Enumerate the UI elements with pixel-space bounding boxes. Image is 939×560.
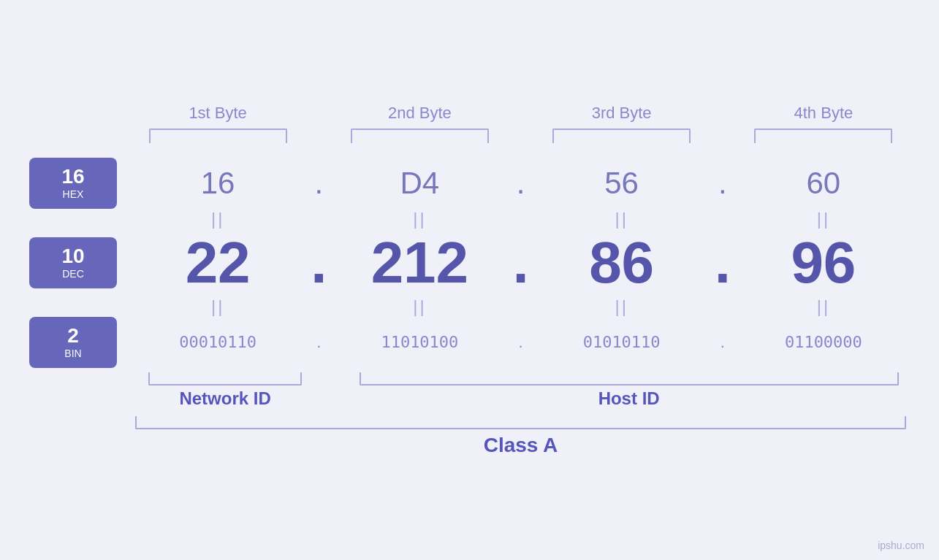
host-id-section: Host ID — [348, 372, 910, 409]
dec-sep3: . — [708, 229, 737, 296]
bracket3 — [536, 129, 708, 143]
hex-byte2: D4 — [333, 166, 506, 201]
network-id-label: Network ID — [179, 388, 270, 409]
bracket1 — [132, 129, 304, 143]
dec-values: 22 . 212 . 86 . 96 — [132, 229, 910, 296]
bin-row: 2 BIN 00010110 . 11010100 . 01010110 . — [29, 317, 910, 368]
connector-area-2: || || || || — [132, 296, 910, 317]
bin-byte2: 11010100 — [333, 333, 506, 351]
network-id-section: Network ID — [132, 372, 319, 409]
dec-base-name: DEC — [62, 268, 84, 280]
byte-headers: 1st Byte 2nd Byte 3rd Byte 4th Byte — [29, 104, 910, 129]
bracket2 — [333, 129, 506, 143]
bracket2-line — [351, 129, 489, 143]
byte3-header: 3rd Byte — [536, 104, 708, 129]
bin-byte3: 01010110 — [536, 333, 708, 351]
class-label: Class A — [484, 434, 558, 457]
hex-sep3: . — [708, 166, 737, 201]
bin-values: 00010110 . 11010100 . 01010110 . 0110000… — [132, 333, 910, 352]
bracket4-line — [754, 129, 892, 143]
dec-byte4: 96 — [737, 229, 910, 296]
main-container: 1st Byte 2nd Byte 3rd Byte 4th Byte 16 H… — [0, 0, 939, 560]
network-bracket-line — [148, 372, 302, 386]
bin-base-num: 2 — [67, 325, 79, 348]
hex-sep1: . — [304, 166, 333, 201]
dec-byte3: 86 — [536, 229, 708, 296]
conn1-b4: || — [737, 209, 910, 229]
dec-row: 10 DEC 22 . 212 . 86 . 96 — [29, 229, 910, 296]
hex-byte4: 60 — [737, 166, 910, 201]
top-bracket-row — [29, 129, 910, 143]
bin-sep2: . — [506, 333, 536, 352]
conn2-b4: || — [737, 296, 910, 317]
dec-byte2: 212 — [333, 229, 506, 296]
hex-row: 16 HEX 16 . D4 . 56 . 60 — [29, 158, 910, 209]
byte1-header: 1st Byte — [132, 104, 304, 129]
dec-base-num: 10 — [61, 245, 84, 268]
bottom-labels-row: Network ID Host ID — [29, 372, 910, 409]
bin-byte4: 01100000 — [737, 333, 910, 351]
dec-sep1: . — [304, 229, 333, 296]
conn2-b3: || — [536, 296, 708, 317]
conn1-b3: || — [536, 209, 708, 229]
conn1-b1: || — [132, 209, 304, 229]
bracket3-line — [552, 129, 691, 143]
host-id-label: Host ID — [598, 388, 660, 409]
dec-byte1: 22 — [132, 229, 304, 296]
dec-label-box: 10 DEC — [29, 237, 117, 288]
bracket1-line — [149, 129, 287, 143]
hex-base-num: 16 — [61, 166, 84, 188]
bracket4 — [737, 129, 910, 143]
outer-bracket-line — [135, 416, 906, 429]
dec-sep2: . — [506, 229, 536, 296]
connector-hex-dec: || || || || — [29, 209, 910, 229]
bin-base-name: BIN — [64, 348, 81, 359]
conn2-b1: || — [132, 296, 304, 317]
conn1-b2: || — [333, 209, 506, 229]
hex-sep2: . — [506, 166, 536, 201]
hex-values: 16 . D4 . 56 . 60 — [132, 166, 910, 201]
bin-label-box: 2 BIN — [29, 317, 117, 368]
connector-dec-bin: || || || || — [29, 296, 910, 317]
hex-byte1: 16 — [132, 166, 304, 201]
conn2-b2: || — [333, 296, 506, 317]
bin-sep1: . — [304, 333, 333, 352]
hex-byte3: 56 — [536, 166, 708, 201]
watermark: ipshu.com — [878, 540, 924, 551]
hex-label-box: 16 HEX — [29, 158, 117, 209]
byte2-header: 2nd Byte — [333, 104, 506, 129]
class-section: Class A — [29, 416, 910, 457]
bin-sep3: . — [708, 333, 737, 352]
connector-area-1: || || || || — [132, 209, 910, 229]
hex-base-name: HEX — [63, 188, 84, 200]
bin-byte1: 00010110 — [132, 333, 304, 351]
byte4-header: 4th Byte — [737, 104, 910, 129]
host-bracket-line — [360, 372, 899, 386]
